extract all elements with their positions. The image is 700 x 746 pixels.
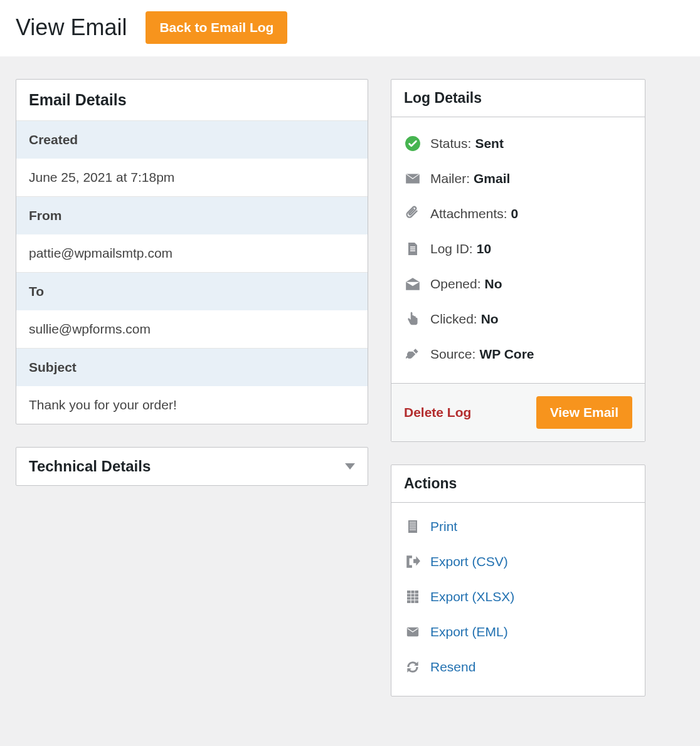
plug-icon: [404, 345, 422, 363]
created-value: June 25, 2021 at 7:18pm: [16, 159, 368, 196]
attachments-row: Attachments: 0: [404, 196, 632, 231]
paperclip-icon: [404, 205, 422, 223]
log-id-row: Log ID: 10: [404, 231, 632, 266]
print-action[interactable]: Print: [404, 509, 632, 544]
opened-row: Opened: No: [404, 266, 632, 302]
log-details-card: Log Details Status: Sent Mailer: Gmail: [391, 79, 645, 442]
view-email-button[interactable]: View Email: [536, 396, 632, 429]
refresh-icon: [404, 658, 422, 676]
email-details-card: Email Details Created June 25, 2021 at 7…: [16, 79, 368, 424]
technical-details-toggle[interactable]: Technical Details: [16, 448, 368, 485]
export-icon: [404, 553, 422, 570]
to-value: sullie@wpforms.com: [16, 310, 368, 348]
subject-label: Subject: [16, 349, 368, 386]
from-label: From: [16, 197, 368, 234]
log-details-title: Log Details: [391, 80, 645, 117]
envelope-icon: [404, 170, 422, 187]
mailer-row: Mailer: Gmail: [404, 161, 632, 196]
export-eml-action[interactable]: Export (EML): [404, 614, 632, 649]
technical-details-title: Technical Details: [29, 458, 151, 475]
export-csv-action[interactable]: Export (CSV): [404, 544, 632, 579]
print-icon: [404, 518, 422, 535]
envelope-icon: [404, 623, 422, 641]
actions-title: Actions: [391, 465, 645, 503]
created-label: Created: [16, 121, 368, 159]
resend-action[interactable]: Resend: [404, 649, 632, 685]
subject-value: Thank you for your order!: [16, 386, 368, 424]
chevron-down-icon: [345, 463, 355, 470]
source-row: Source: WP Core: [404, 337, 632, 372]
file-icon: [404, 240, 422, 258]
spreadsheet-icon: [404, 588, 422, 606]
back-to-email-log-button[interactable]: Back to Email Log: [146, 11, 287, 44]
hand-pointer-icon: [404, 310, 422, 328]
export-xlsx-action[interactable]: Export (XLSX): [404, 579, 632, 614]
to-label: To: [16, 273, 368, 310]
from-value: pattie@wpmailsmtp.com: [16, 234, 368, 272]
technical-details-card: Technical Details: [16, 447, 368, 486]
status-row: Status: Sent: [404, 126, 632, 161]
email-details-title: Email Details: [16, 80, 368, 120]
clicked-row: Clicked: No: [404, 302, 632, 337]
check-circle-icon: [404, 135, 422, 152]
envelope-open-icon: [404, 275, 422, 293]
delete-log-link[interactable]: Delete Log: [404, 405, 471, 420]
page-title: View Email: [16, 14, 127, 41]
actions-card: Actions Print Export (CSV): [391, 465, 645, 696]
